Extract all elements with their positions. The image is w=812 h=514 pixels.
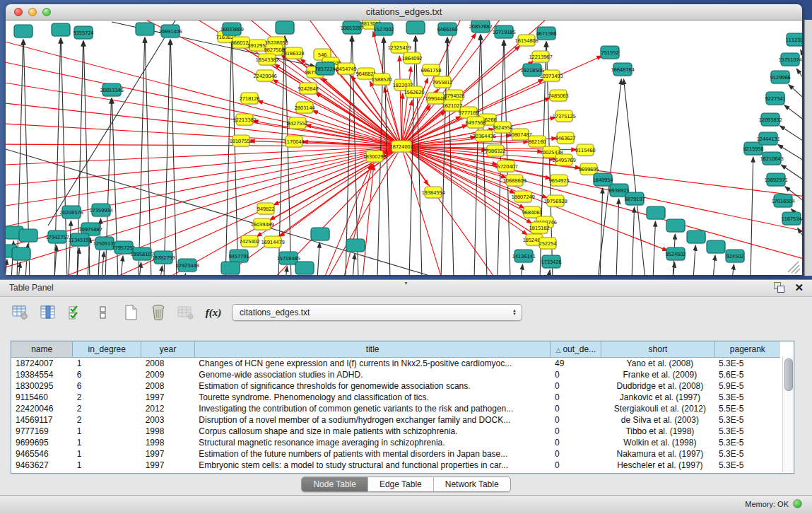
function-builder-icon[interactable]: f(x)	[204, 303, 223, 322]
table-row[interactable]: 1872400712008Changes of HCN gene express…	[11, 358, 780, 370]
table-cell[interactable]: 49	[551, 358, 601, 370]
graph-node-teal[interactable]: 16033809	[220, 23, 243, 37]
table-row[interactable]: 1456911722003Disruption of a novel membe…	[11, 414, 780, 426]
graph-node-yellow[interactable]: 8186328	[283, 47, 304, 60]
table-cell[interactable]: Changes of HCN gene expression and I(f) …	[194, 358, 551, 370]
table-cell[interactable]: 5.3E-5	[714, 460, 780, 471]
network-canvas[interactable]: 1872400771638228660124591295415226058982…	[6, 21, 802, 275]
graph-node-teal[interactable]: 7857224	[314, 62, 336, 76]
table-row[interactable]: 977716911998Corpus callosum shape and si…	[11, 426, 780, 437]
table-cell[interactable]: 1998	[141, 426, 195, 437]
graph-node-yellow[interactable]: 19384554	[421, 187, 445, 199]
graph-node-teal[interactable]: 10653287	[340, 21, 363, 35]
graph-node-teal[interactable]: 1733426	[541, 255, 562, 269]
graph-node-yellow[interactable]: 949822	[257, 203, 275, 216]
table-cell[interactable]: 9465546	[11, 448, 73, 460]
graph-node-yellow[interactable]: 1588520	[371, 74, 392, 86]
table-row[interactable]: 1938455462009Genome-wide association stu…	[11, 369, 780, 380]
graph-node-yellow[interactable]: 20364436	[472, 130, 496, 143]
table-cell[interactable]: 5.3E-5	[714, 414, 780, 426]
tab-network-table[interactable]: Network Table	[434, 477, 510, 491]
graph-node-teal[interactable]: 20206576	[59, 206, 83, 220]
table-cell[interactable]: 1	[73, 358, 141, 370]
table-tabs[interactable]: Node TableEdge TableNetwork Table	[301, 477, 510, 492]
graph-node-teal[interactable]	[19, 229, 38, 243]
graph-node-teal[interactable]	[276, 21, 295, 35]
node-table[interactable]: namein_degreeyeartitle△out_de...shortpag…	[11, 341, 794, 474]
table-cell[interactable]: 5.3E-5	[714, 426, 780, 437]
graph-node-yellow[interactable]: 7986322	[485, 145, 505, 158]
table-cell[interactable]: 2	[73, 414, 141, 426]
graph-node-yellow[interactable]: 9242848	[298, 83, 318, 95]
table-cell[interactable]: 1997	[141, 448, 195, 460]
graph-node-teal[interactable]: 12444131	[756, 132, 779, 146]
graph-node-teal[interactable]: 9524502	[665, 247, 686, 262]
table-cell[interactable]: 0	[551, 414, 601, 426]
graph-node-teal[interactable]: 1112304	[785, 33, 802, 47]
table-cell[interactable]: 5.3E-5	[714, 392, 780, 403]
table-cell[interactable]: 2009	[141, 369, 195, 380]
column-header[interactable]: title	[194, 341, 551, 358]
table-cell[interactable]: 0	[551, 380, 601, 392]
graph-node-yellow[interactable]: 18807249	[511, 191, 534, 204]
table-cell[interactable]: 0	[551, 392, 601, 403]
memory-ok-icon[interactable]	[793, 499, 802, 508]
table-cell[interactable]: 9699695	[11, 437, 73, 448]
table-cell[interactable]: 0	[551, 448, 601, 460]
table-cell[interactable]: 1	[73, 460, 141, 471]
table-cell[interactable]: Investigating the contribution of common…	[194, 403, 551, 414]
table-cell[interactable]: Stergiakouli et al. (2012)	[601, 403, 714, 414]
graph-node-yellow[interactable]: 6961758	[420, 64, 441, 77]
graph-node-teal[interactable]: 17016504	[771, 194, 795, 209]
table-cell[interactable]: 0	[551, 403, 601, 414]
table-cell[interactable]: 14569117	[11, 414, 73, 426]
table-cell[interactable]: 2008	[141, 380, 195, 392]
table-cell[interactable]: 9463627	[11, 460, 73, 471]
table-cell[interactable]: Jankovic et al. (1997)	[601, 392, 714, 403]
network-canvas-wrap[interactable]: 1872400771638228660124591295415226058982…	[6, 21, 802, 275]
table-cell[interactable]: 9115460	[11, 392, 73, 403]
table-cell[interactable]: Estimation of significance thresholds fo…	[194, 380, 551, 392]
graph-node-yellow[interactable]: 1815182	[529, 222, 549, 235]
graph-node-yellow[interactable]: 9654923	[548, 175, 569, 187]
graph-node-yellow[interactable]: 862160	[529, 136, 546, 148]
graph-node-yellow[interactable]: 19756928	[543, 195, 567, 208]
table-header-row[interactable]: namein_degreeyeartitle△out_de...shortpag…	[11, 341, 780, 358]
new-table-icon[interactable]	[122, 303, 140, 322]
table-cell[interactable]: 6	[73, 380, 141, 392]
table-cell[interactable]: 18724007	[11, 358, 73, 370]
table-row[interactable]: 946362711997Embryonic stem cells: a mode…	[11, 460, 780, 471]
table-cell[interactable]: 1997	[141, 392, 195, 403]
table-row[interactable]: 911546021997Tourette syndrome. Phenomeno…	[11, 392, 780, 403]
table-cell[interactable]: 5.3E-5	[714, 448, 780, 460]
table-cell[interactable]: 2	[73, 403, 141, 414]
graph-node-teal[interactable]	[406, 21, 425, 35]
graph-node-teal[interactable]: 20053346	[100, 83, 124, 98]
table-cell[interactable]: 2	[73, 392, 141, 403]
table-cell[interactable]: 6	[73, 369, 141, 380]
graph-node-teal[interactable]: 9227341	[765, 92, 785, 106]
graph-node-teal[interactable]: 20857682	[469, 21, 492, 34]
float-window-icon[interactable]	[774, 282, 784, 293]
graph-node-teal[interactable]: 17942757	[45, 230, 69, 245]
graph-node-teal[interactable]: 15692971	[764, 173, 787, 187]
table-cell[interactable]: 5.5E-5	[714, 403, 780, 414]
network-window[interactable]: citations_edges.txt 18724007716382286601…	[6, 4, 802, 275]
graph-node-yellow[interactable]: 10688609	[502, 175, 526, 187]
column-header[interactable]: name	[11, 341, 73, 358]
table-cell[interactable]: 1997	[141, 460, 195, 471]
graph-node-teal[interactable]: 4671388	[536, 27, 556, 41]
table-cell[interactable]: 9777169	[11, 426, 73, 437]
graph-node-yellow[interactable]: 2718126	[239, 93, 260, 105]
graph-node-teal[interactable]: 20691406	[158, 25, 182, 39]
splitter-handle-icon[interactable]: ▾	[404, 280, 407, 286]
graph-node-yellow[interactable]: 18300295	[363, 151, 386, 163]
table-cell[interactable]: Nakamura et al. (1997)	[601, 448, 714, 460]
graph-node-teal[interactable]	[647, 206, 666, 221]
graph-node-teal[interactable]	[12, 247, 31, 262]
graph-node-teal[interactable]	[311, 228, 330, 242]
table-cell[interactable]: 2012	[141, 403, 195, 414]
graph-node-teal[interactable]	[136, 23, 155, 37]
table-settings-icon[interactable]	[11, 303, 30, 322]
graph-node-yellow[interactable]: 9463627	[555, 132, 575, 145]
